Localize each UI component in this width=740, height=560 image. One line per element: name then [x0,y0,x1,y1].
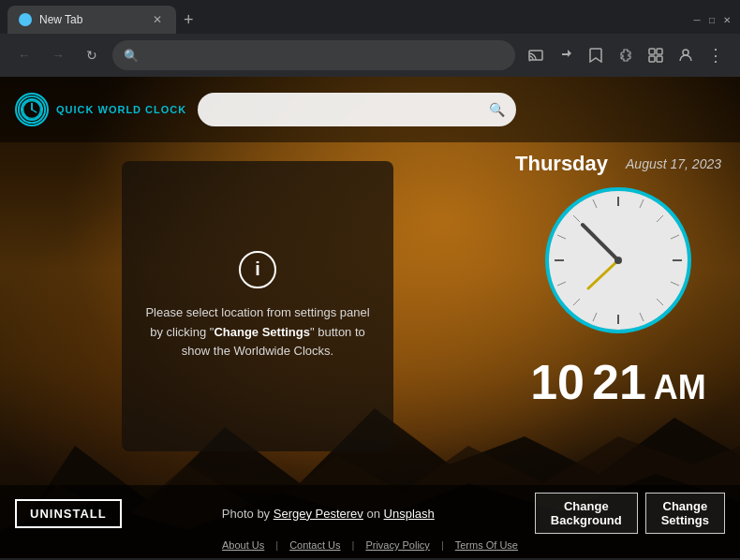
svg-point-8 [683,50,688,55]
extension-search-bar[interactable]: pcrisk.com 🔍 [198,93,516,126]
toolbar-icons: ⋮ [523,42,729,68]
change-background-button[interactable]: Change Background [535,493,638,534]
photo-credit: Photo by Sergey Pesterev on Unsplash [133,507,524,521]
address-bar-row: ← → ↻ 🔍 pcrisk.com ⋮ [0,34,740,77]
cast-icon[interactable] [523,42,549,68]
page-content: QUICK WORLD CLOCK pcrisk.com 🔍 Thursday … [0,77,740,558]
refresh-button[interactable]: ↻ [79,42,105,68]
svg-point-12 [19,96,45,123]
svg-rect-6 [649,56,655,62]
time-ampm: AM [654,368,706,407]
share-icon[interactable] [553,42,579,68]
footer-link-about[interactable]: About Us [222,539,264,551]
forward-button[interactable]: → [45,42,71,68]
info-box: i Please select location from settings p… [122,161,393,451]
change-buttons: Change Background Change Settings [535,493,725,534]
url-input[interactable]: pcrisk.com [146,49,504,63]
change-bg-line1: Change [564,499,609,513]
photo-platform-link[interactable]: Unsplash [384,507,435,521]
svg-rect-5 [657,49,662,54]
svg-point-13 [23,101,41,119]
logo-area: QUICK WORLD CLOCK [15,93,186,126]
close-button[interactable]: ✕ [721,14,733,25]
extension-header: QUICK WORLD CLOCK pcrisk.com 🔍 [0,77,740,142]
change-settings-button[interactable]: Change Settings [645,493,725,534]
tab-close-button[interactable]: ✕ [150,12,165,27]
browser-chrome: New Tab ✕ + ─ □ ✕ ← → ↻ 🔍 pcrisk.com [0,0,740,77]
logo-text: QUICK WORLD CLOCK [56,104,186,115]
footer-link-privacy[interactable]: Privacy Policy [365,539,429,551]
window-controls: ─ □ ✕ [691,14,733,25]
search-icon: 🔍 [124,49,139,63]
info-icon: i [239,251,276,288]
tab-favicon [19,13,32,26]
svg-line-15 [32,110,37,112]
tab-manager-icon[interactable] [643,42,669,68]
bottom-bar: UNINSTALL Photo by Sergey Pesterev on Un… [0,485,740,558]
day-date-row: Thursday August 17, 2023 [515,152,721,176]
digital-time: 10 21 AM [530,354,706,410]
maximize-button[interactable]: □ [706,14,718,25]
analog-clock [543,185,693,335]
footer-link-terms[interactable]: Terms Of Use [455,539,518,551]
date-text: August 17, 2023 [626,156,721,171]
change-settings-line2: Settings [661,513,709,527]
footer-link-contact[interactable]: Contact Us [289,539,340,551]
photo-credit-on: on [366,507,383,521]
uninstall-button[interactable]: UNINSTALL [15,499,122,528]
search-icon[interactable]: 🔍 [489,102,505,117]
change-settings-line1: Change [663,499,708,513]
extension-search-input[interactable]: pcrisk.com [209,103,481,117]
profile-icon[interactable] [673,42,699,68]
clock-area: Thursday August 17, 2023 [515,152,721,410]
svg-point-37 [614,257,622,264]
browser-tab[interactable]: New Tab ✕ [7,6,176,34]
back-button[interactable]: ← [11,42,37,68]
logo-icon [15,93,49,126]
minimize-button[interactable]: ─ [691,14,703,25]
change-bg-line2: Background [551,513,622,527]
info-text: Please select location from settings pan… [141,303,375,361]
footer-links: About Us | Contact Us | Privacy Policy |… [15,539,725,551]
time-minute: 21 [592,354,646,410]
bookmark-icon[interactable] [583,42,609,68]
title-bar: New Tab ✕ + ─ □ ✕ [0,0,740,34]
new-tab-button[interactable]: + [184,10,194,30]
svg-point-3 [529,60,531,62]
svg-rect-4 [649,49,655,54]
bottom-row1: UNINSTALL Photo by Sergey Pesterev on Un… [15,493,725,534]
photo-author-link[interactable]: Sergey Pesterev [274,507,363,521]
time-hour: 10 [530,354,585,410]
svg-rect-7 [657,56,662,62]
day-name: Thursday [515,152,608,176]
extensions-icon[interactable] [613,42,639,68]
more-icon[interactable]: ⋮ [703,42,729,68]
tab-title: New Tab [39,13,82,26]
address-bar[interactable]: 🔍 pcrisk.com [112,40,515,70]
photo-credit-prefix: Photo by [222,507,274,521]
